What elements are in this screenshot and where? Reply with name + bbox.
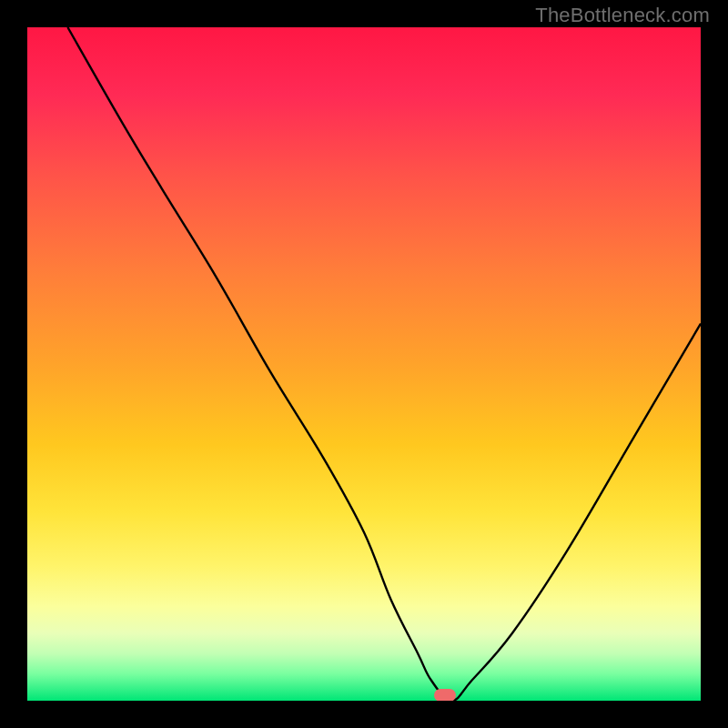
optimum-marker [434, 689, 456, 701]
plot-area [27, 27, 701, 701]
chart-frame: TheBottleneck.com [0, 0, 728, 728]
curve-path [67, 27, 701, 701]
bottleneck-curve [27, 27, 701, 701]
watermark-text: TheBottleneck.com [535, 4, 710, 27]
